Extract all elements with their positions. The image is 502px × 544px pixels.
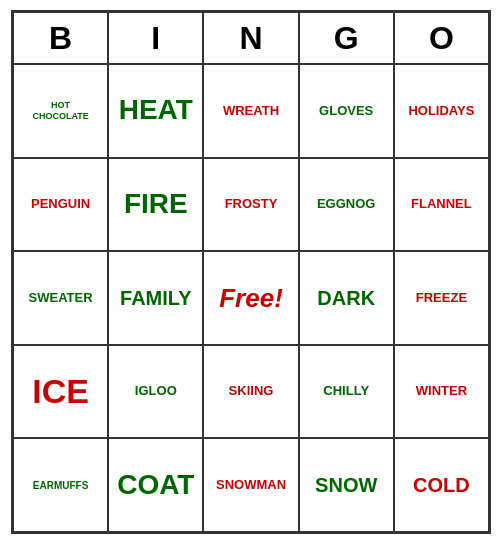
- cell-text: WINTER: [416, 384, 467, 398]
- bingo-cell: DARK: [300, 252, 395, 344]
- bingo-cell: Free!: [204, 252, 299, 344]
- cell-text: SNOWMAN: [216, 478, 286, 492]
- bingo-cell: SKIING: [204, 346, 299, 438]
- header-letter: B: [14, 13, 109, 63]
- bingo-cell: WREATH: [204, 65, 299, 157]
- cell-text: PENGUIN: [31, 197, 90, 211]
- cell-text: CHILLY: [323, 384, 369, 398]
- cell-text: FREEZE: [416, 291, 467, 305]
- header-letter: G: [300, 13, 395, 63]
- bingo-cell: WINTER: [395, 346, 488, 438]
- bingo-cell: SWEATER: [14, 252, 109, 344]
- cell-text: Free!: [219, 284, 283, 313]
- bingo-cell: EGGNOG: [300, 159, 395, 251]
- cell-text: COLD: [413, 474, 470, 496]
- cell-text: HOLIDAYS: [408, 104, 474, 118]
- cell-text: FROSTY: [225, 197, 278, 211]
- bingo-cell: FROSTY: [204, 159, 299, 251]
- cell-text: EGGNOG: [317, 197, 376, 211]
- bingo-cell: COLD: [395, 439, 488, 531]
- header-letter: N: [204, 13, 299, 63]
- header-letter: O: [395, 13, 488, 63]
- grid-row: EARMUFFSCOATSNOWMANSNOWCOLD: [14, 439, 488, 531]
- cell-text: ICE: [32, 373, 89, 410]
- bingo-grid: HOTCHOCOLATEHEATWREATHGLOVESHOLIDAYSPENG…: [14, 65, 488, 531]
- grid-row: ICEIGLOOSKIINGCHILLYWINTER: [14, 346, 488, 440]
- bingo-cell: FAMILY: [109, 252, 204, 344]
- bingo-cell: ICE: [14, 346, 109, 438]
- bingo-cell: CHILLY: [300, 346, 395, 438]
- bingo-card: BINGO HOTCHOCOLATEHEATWREATHGLOVESHOLIDA…: [11, 10, 491, 534]
- cell-text: EARMUFFS: [33, 480, 89, 491]
- grid-row: SWEATERFAMILYFree!DARKFREEZE: [14, 252, 488, 346]
- bingo-cell: IGLOO: [109, 346, 204, 438]
- cell-text: COAT: [117, 470, 194, 501]
- bingo-cell: SNOW: [300, 439, 395, 531]
- grid-row: HOTCHOCOLATEHEATWREATHGLOVESHOLIDAYS: [14, 65, 488, 159]
- cell-text: DARK: [317, 287, 375, 309]
- cell-text: IGLOO: [135, 384, 177, 398]
- cell-text: FIRE: [124, 189, 188, 220]
- cell-text: HEAT: [119, 95, 193, 126]
- cell-text: FAMILY: [120, 287, 192, 309]
- grid-row: PENGUINFIREFROSTYEGGNOGFLANNEL: [14, 159, 488, 253]
- header-letter: I: [109, 13, 204, 63]
- cell-text: WREATH: [223, 104, 279, 118]
- cell-text: SNOW: [315, 474, 377, 496]
- bingo-cell: SNOWMAN: [204, 439, 299, 531]
- cell-text: FLANNEL: [411, 197, 472, 211]
- bingo-header: BINGO: [14, 13, 488, 65]
- bingo-cell: FREEZE: [395, 252, 488, 344]
- cell-text: SKIING: [229, 384, 274, 398]
- bingo-cell: EARMUFFS: [14, 439, 109, 531]
- bingo-cell: GLOVES: [300, 65, 395, 157]
- bingo-cell: HOTCHOCOLATE: [14, 65, 109, 157]
- bingo-cell: PENGUIN: [14, 159, 109, 251]
- bingo-cell: HEAT: [109, 65, 204, 157]
- cell-text: SWEATER: [29, 291, 93, 305]
- bingo-cell: FIRE: [109, 159, 204, 251]
- bingo-cell: HOLIDAYS: [395, 65, 488, 157]
- bingo-cell: FLANNEL: [395, 159, 488, 251]
- bingo-cell: COAT: [109, 439, 204, 531]
- cell-text: GLOVES: [319, 104, 373, 118]
- cell-text: HOTCHOCOLATE: [32, 100, 88, 122]
